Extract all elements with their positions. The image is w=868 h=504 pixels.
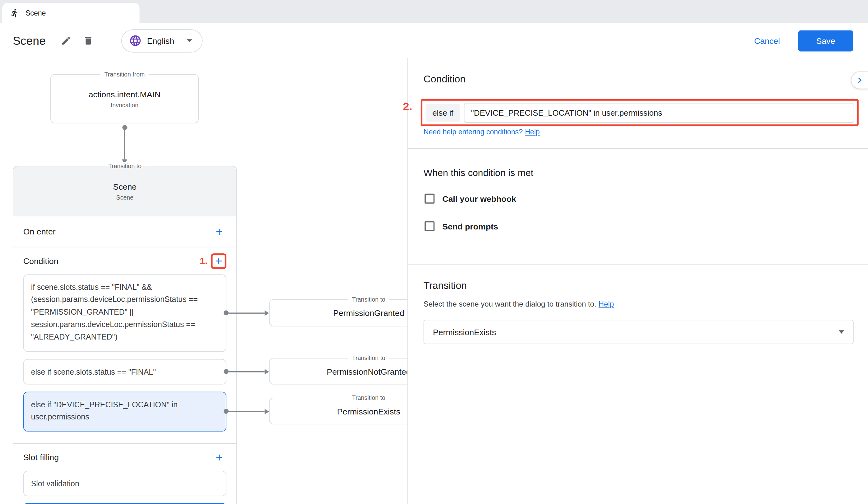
- prompts-checkbox[interactable]: [424, 221, 434, 231]
- target-title: PermissionGranted: [333, 308, 404, 317]
- transition-title: Transition: [424, 280, 467, 291]
- transition-description-text: Select the scene you want the dialog to …: [424, 300, 597, 308]
- target-border-label: Transition to: [348, 394, 389, 402]
- transition-help-link[interactable]: Help: [599, 300, 614, 308]
- scene-node-header[interactable]: Scene Scene: [13, 167, 236, 217]
- annotation-highlight-2: else if: [421, 99, 859, 126]
- flow-canvas: Transition from actions.intent.MAIN Invo…: [0, 58, 407, 504]
- when-met-title: When this condition is met: [424, 168, 533, 179]
- slot-filling-section: Slot filling Slot validation: [13, 444, 236, 504]
- select-caret-icon: [839, 330, 844, 334]
- target-title: PermissionExists: [337, 406, 400, 416]
- target-node-permission-granted[interactable]: Transition to PermissionGranted: [269, 300, 407, 326]
- condition-help-line: Need help entering conditions?Help: [424, 128, 540, 136]
- condition-prefix-chip: else if: [426, 104, 460, 122]
- invocation-title: actions.intent.MAIN: [89, 89, 161, 98]
- target-node-permission-not-granted[interactable]: Transition to PermissionNotGranted: [269, 358, 407, 384]
- add-on-enter-button[interactable]: [212, 224, 226, 239]
- prompts-label: Send prompts: [442, 222, 498, 231]
- target-border-label: Transition to: [348, 295, 389, 304]
- target-node-permission-exists[interactable]: Transition to PermissionExists: [269, 398, 407, 424]
- condition-item-3-selected[interactable]: else if "DEVICE_PRECISE_LOCATION" in use…: [23, 392, 226, 432]
- chevron-right-icon: [854, 75, 866, 86]
- help-prompt: Need help entering conditions?: [424, 128, 523, 136]
- trash-icon: [83, 35, 94, 46]
- scene-node-subtitle: Scene: [116, 194, 134, 201]
- add-condition-button[interactable]: [213, 254, 225, 268]
- invocation-node[interactable]: Transition from actions.intent.MAIN Invo…: [50, 74, 199, 123]
- condition-detail-panel: Condition 2. else if Need help entering …: [407, 58, 868, 504]
- on-enter-label: On enter: [23, 227, 56, 236]
- tab-title: Scene: [25, 9, 46, 17]
- condition-expression-input[interactable]: [464, 103, 854, 123]
- webhook-label: Call your webhook: [442, 194, 516, 203]
- edit-scene-button[interactable]: [57, 31, 76, 50]
- annotation-1: 1.: [200, 255, 207, 266]
- condition-help-link[interactable]: Help: [525, 128, 540, 136]
- target-title: PermissionNotGranted: [327, 367, 407, 376]
- scene-node: Transition to Scene Scene On enter Condi…: [13, 166, 237, 504]
- webhook-checkbox[interactable]: [424, 194, 434, 204]
- annotation-2: 2.: [403, 100, 412, 113]
- language-value: English: [147, 36, 175, 45]
- browser-tab-strip: Scene: [0, 0, 868, 23]
- pencil-icon: [61, 35, 72, 46]
- collapse-panel-button[interactable]: [851, 72, 868, 89]
- transition-select-value: PermissionExists: [433, 327, 496, 336]
- runner-icon: [10, 8, 19, 18]
- prompts-checkbox-row[interactable]: Send prompts: [424, 221, 498, 231]
- target-border-label: Transition to: [348, 354, 389, 363]
- delete-scene-button[interactable]: [79, 31, 98, 50]
- condition-item-2[interactable]: else if scene.slots.status == "FINAL": [23, 359, 226, 385]
- invocation-border-label: Transition from: [101, 70, 149, 78]
- condition-section: Condition 1. if scene.slots.status == "F…: [13, 247, 236, 443]
- connector-arrow-3: [224, 409, 269, 414]
- slot-validation-item[interactable]: Slot validation: [23, 471, 226, 496]
- cancel-button[interactable]: Cancel: [754, 36, 780, 45]
- connector-arrow-1: [224, 310, 269, 315]
- invocation-subtitle: Invocation: [111, 102, 138, 108]
- slot-filling-label: Slot filling: [23, 452, 212, 462]
- connector-vertical: [122, 125, 127, 164]
- panel-title: Condition: [424, 74, 466, 85]
- annotation-highlight-1: [211, 253, 226, 269]
- webhook-checkbox-row[interactable]: Call your webhook: [424, 194, 516, 204]
- condition-item-1[interactable]: if scene.slots.status == "FINAL" && (ses…: [23, 274, 226, 352]
- divider: [408, 265, 868, 265]
- chevron-down-icon: [186, 39, 192, 42]
- page-header: Scene English Cancel Save: [0, 23, 868, 58]
- globe-icon: [129, 34, 142, 47]
- language-selector[interactable]: English: [121, 29, 203, 52]
- partial-card[interactable]: [23, 503, 226, 504]
- on-enter-row[interactable]: On enter: [13, 217, 236, 248]
- save-button[interactable]: Save: [798, 30, 853, 51]
- divider: [408, 148, 868, 149]
- scene-border-label: Transition to: [104, 162, 145, 170]
- transition-select[interactable]: PermissionExists: [424, 319, 854, 344]
- scene-editor: Scene Scene English Cancel Save Transiti…: [0, 0, 868, 504]
- page-title: Scene: [13, 34, 46, 47]
- add-slot-button[interactable]: [212, 450, 226, 464]
- condition-section-label: Condition: [23, 256, 200, 265]
- app-tab[interactable]: Scene: [2, 3, 140, 23]
- scene-node-title: Scene: [113, 182, 137, 191]
- connector-arrow-2: [224, 369, 269, 374]
- transition-description: Select the scene you want the dialog to …: [424, 300, 614, 308]
